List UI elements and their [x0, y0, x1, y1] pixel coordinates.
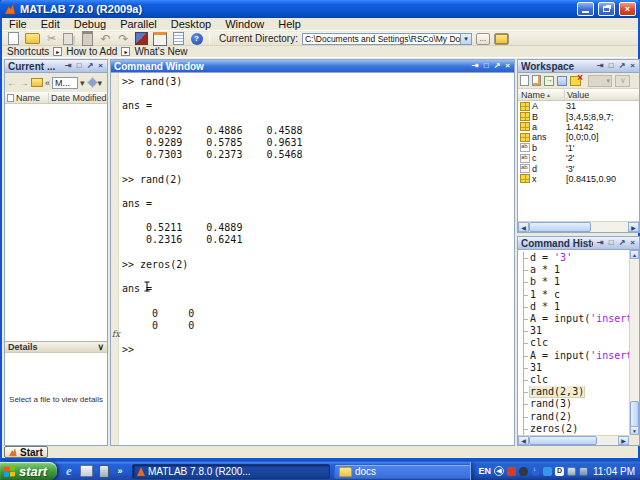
- redo-icon[interactable]: ↷: [117, 32, 130, 45]
- history-item[interactable]: A = input('insert: [518, 350, 629, 362]
- column-header-date-modified[interactable]: Date Modified: [49, 93, 107, 103]
- combo-dropdown-icon[interactable]: ▾: [460, 34, 471, 44]
- save-workspace-icon[interactable]: [557, 76, 567, 86]
- current-folder-undock-button[interactable]: ↗: [86, 62, 95, 70]
- combo-arrow-icon[interactable]: ▾: [80, 78, 85, 88]
- command-history-undock-button[interactable]: ↗: [618, 239, 627, 247]
- workspace-variable-row[interactable]: x [0.8415,0.90: [518, 174, 639, 184]
- copy-icon[interactable]: [63, 32, 76, 45]
- browse-folder-button[interactable]: ...: [476, 33, 490, 45]
- details-collapse-icon[interactable]: ∨: [97, 342, 104, 352]
- scroll-up-icon[interactable]: ▲: [630, 250, 639, 259]
- open-variable-icon[interactable]: [532, 75, 541, 86]
- workspace-column-value[interactable]: Value: [565, 90, 639, 100]
- current-folder-maximize-button[interactable]: □: [76, 62, 83, 70]
- workspace-variable-row[interactable]: a 1.4142: [518, 122, 639, 132]
- shortcut-whats-new[interactable]: What's New: [134, 46, 187, 57]
- command-window-dock-button[interactable]: ⇥: [471, 62, 480, 70]
- current-folder-dock-button[interactable]: ⇥: [64, 62, 73, 70]
- scrollbar-track[interactable]: [529, 222, 628, 232]
- command-history-close-button[interactable]: ×: [629, 239, 636, 247]
- menu-desktop[interactable]: Desktop: [164, 18, 218, 30]
- gear-arrow-icon[interactable]: ▾: [98, 78, 103, 88]
- shortcut-how-to-add[interactable]: How to Add: [66, 46, 117, 57]
- delete-variable-icon[interactable]: [570, 76, 581, 86]
- current-directory-combobox[interactable]: C:\Documents and Settings\RSCo\My Docume…: [302, 33, 472, 45]
- menu-help[interactable]: Help: [271, 18, 308, 30]
- command-history-horizontal-scrollbar[interactable]: ◀ ▶: [518, 435, 629, 445]
- command-window-close-button[interactable]: ×: [504, 62, 511, 70]
- quicklaunch-overflow-chevron[interactable]: »: [113, 464, 127, 478]
- workspace-variable-row[interactable]: A 31: [518, 101, 639, 111]
- actions-gear-icon[interactable]: [89, 79, 96, 86]
- tray-icon-letter-d[interactable]: [555, 467, 564, 476]
- plot-selector-disabled[interactable]: [588, 75, 612, 87]
- history-item[interactable]: zeros(2): [518, 423, 629, 435]
- command-window-title-bar[interactable]: Command Window ⇥ □ ↗ ×: [111, 60, 514, 73]
- tray-icon-update-arrow[interactable]: [531, 467, 540, 476]
- command-window-maximize-button[interactable]: □: [483, 62, 490, 70]
- command-window-undock-button[interactable]: ↗: [493, 62, 502, 70]
- history-item[interactable]: A = input('insert: [518, 313, 629, 325]
- history-item[interactable]: rand(3): [518, 398, 629, 410]
- history-item[interactable]: a * 1: [518, 264, 629, 276]
- matlab-start-button[interactable]: Start: [4, 446, 48, 458]
- guide-icon[interactable]: [153, 32, 167, 45]
- tray-icon-red-shield[interactable]: [507, 467, 516, 476]
- workspace-dock-button[interactable]: ⇥: [596, 62, 605, 70]
- open-folder-icon[interactable]: [25, 32, 40, 45]
- menu-file[interactable]: File: [2, 18, 34, 30]
- command-window-body[interactable]: fx >> rand(3) ans = 0.0292 0.4886 0.4588…: [111, 73, 514, 445]
- workspace-undock-button[interactable]: ↗: [618, 62, 627, 70]
- title-bar[interactable]: MATLAB 7.8.0 (R2009a) ×: [0, 0, 640, 18]
- workspace-horizontal-scrollbar[interactable]: ◀ ▶: [518, 221, 639, 232]
- scroll-right-icon[interactable]: ▶: [618, 436, 629, 445]
- command-history-title-bar[interactable]: Command History ⇥ □ ↗ ×: [518, 237, 639, 250]
- paste-icon[interactable]: [81, 32, 94, 45]
- history-item[interactable]: rand(2,3): [518, 386, 629, 398]
- cut-icon[interactable]: ✂: [45, 32, 58, 45]
- taskbar-task-docs[interactable]: docs: [334, 464, 478, 479]
- forward-icon[interactable]: →: [19, 78, 29, 88]
- scrollbar-thumb[interactable]: [630, 401, 639, 427]
- scrollbar-track[interactable]: [529, 436, 618, 445]
- directory-combo[interactable]: M...: [52, 77, 78, 89]
- restore-button[interactable]: [598, 2, 615, 16]
- plot-apply-disabled[interactable]: [615, 75, 630, 87]
- scroll-right-icon[interactable]: ▶: [628, 222, 639, 232]
- taskbar-task-matlab[interactable]: MATLAB 7.8.0 (R200...: [132, 464, 330, 479]
- workspace-variable-row[interactable]: b '1': [518, 143, 639, 153]
- history-item[interactable]: 31: [518, 362, 629, 374]
- menu-parallel[interactable]: Parallel: [113, 18, 164, 30]
- tray-icon-blue-badge[interactable]: [543, 467, 552, 476]
- history-item[interactable]: 31: [518, 325, 629, 337]
- workspace-variable-row[interactable]: B [3,4,5;8,9,7;: [518, 111, 639, 121]
- history-item[interactable]: d * 1: [518, 301, 629, 313]
- history-item[interactable]: rand(2): [518, 411, 629, 423]
- history-item[interactable]: d = '3': [518, 252, 629, 264]
- hide-icons-chevron[interactable]: ◀: [494, 466, 504, 476]
- history-item[interactable]: 1 * c: [518, 289, 629, 301]
- command-history-vertical-scrollbar[interactable]: ▲ ▼: [629, 250, 639, 435]
- current-folder-close-button[interactable]: ×: [97, 62, 104, 70]
- workspace-variable-row[interactable]: c '2': [518, 153, 639, 163]
- windows-start-button[interactable]: start: [0, 462, 57, 480]
- tray-icon-dual-monitor[interactable]: [567, 467, 576, 476]
- clock[interactable]: 11:04 PM: [593, 466, 635, 477]
- command-history-maximize-button[interactable]: □: [608, 239, 615, 247]
- menu-window[interactable]: Window: [218, 18, 271, 30]
- editor-icon[interactable]: [172, 32, 185, 45]
- up-one-level-icon[interactable]: [494, 33, 509, 45]
- workspace-maximize-button[interactable]: □: [608, 62, 615, 70]
- current-folder-title-bar[interactable]: Current ... ⇥ □ ↗ ×: [5, 60, 107, 73]
- workspace-variable-row[interactable]: ans [0,0;0,0]: [518, 132, 639, 142]
- scrollbar-thumb[interactable]: [529, 436, 597, 445]
- overflow-chevron-icon[interactable]: «: [45, 78, 50, 88]
- workspace-column-name[interactable]: Name▴: [518, 90, 565, 100]
- current-folder-file-list[interactable]: [5, 104, 107, 341]
- tray-icon-dark-badge[interactable]: [519, 467, 528, 476]
- column-header-name[interactable]: Name: [5, 93, 49, 103]
- details-header[interactable]: Details ∨: [5, 341, 107, 353]
- help-icon[interactable]: [190, 32, 203, 45]
- workspace-variable-row[interactable]: d '3': [518, 163, 639, 173]
